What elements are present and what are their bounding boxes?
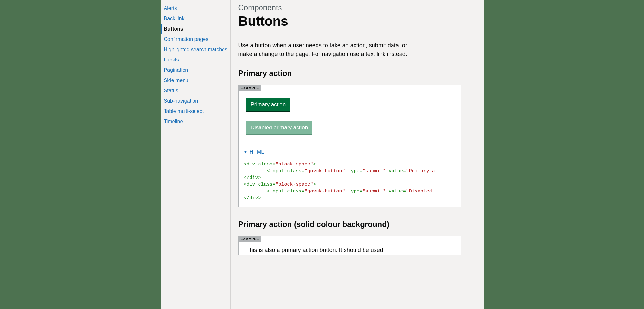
- example-label: EXAMPLE: [238, 85, 262, 91]
- sidebar-link[interactable]: Buttons: [164, 26, 230, 32]
- section-heading-solid-background: Primary action (solid colour background): [238, 220, 461, 229]
- sidebar-item-pagination[interactable]: Pagination: [161, 65, 230, 75]
- sidebar-link[interactable]: Side menu: [164, 78, 230, 83]
- example-label: EXAMPLE: [238, 236, 262, 242]
- primary-action-button[interactable]: Primary action: [246, 98, 290, 111]
- page-title: Buttons: [238, 14, 461, 29]
- sidebar-item-highlighted-search-matches[interactable]: Highlighted search matches: [161, 44, 230, 55]
- sidebar-item-labels[interactable]: Labels: [161, 55, 230, 65]
- sidebar-link[interactable]: Confirmation pages: [164, 36, 230, 42]
- page-container: Alerts Back link Buttons Confirmation pa…: [161, 0, 484, 309]
- sidebar-link[interactable]: Sub-navigation: [164, 98, 230, 104]
- example-box-primary: EXAMPLE Primary action Disabled primary …: [238, 85, 461, 207]
- sidebar-link[interactable]: Timeline: [164, 119, 230, 125]
- sidebar-link[interactable]: Status: [164, 88, 230, 94]
- intro-text: Use a button when a user needs to take a…: [238, 41, 419, 59]
- sidebar-item-back-link[interactable]: Back link: [161, 14, 230, 24]
- sidebar-item-timeline[interactable]: Timeline: [161, 117, 230, 127]
- sidebar-item-buttons[interactable]: Buttons: [161, 24, 230, 34]
- sidebar-item-status[interactable]: Status: [161, 86, 230, 96]
- code-block: <div class="block-space"> <input class="…: [244, 161, 456, 201]
- example-text: This is also a primary action button. It…: [246, 246, 453, 255]
- example-content: Primary action Disabled primary action: [239, 85, 461, 144]
- example-content: This is also a primary action button. It…: [239, 236, 461, 255]
- sidebar-link[interactable]: Back link: [164, 16, 230, 22]
- section-heading-primary-action: Primary action: [238, 69, 461, 78]
- breadcrumb: Components: [238, 3, 461, 12]
- disclosure-triangle-icon: ▼: [244, 150, 248, 154]
- example-box-solid: EXAMPLE This is also a primary action bu…: [238, 236, 461, 255]
- sidebar-link[interactable]: Labels: [164, 57, 230, 63]
- sidebar-item-table-multi-select[interactable]: Table multi-select: [161, 106, 230, 117]
- html-toggle[interactable]: ▼ HTML: [244, 149, 456, 155]
- sidebar-item-alerts[interactable]: Alerts: [161, 3, 230, 14]
- sidebar-link[interactable]: Highlighted search matches: [164, 47, 230, 52]
- sidebar-item-side-menu[interactable]: Side menu: [161, 75, 230, 86]
- sidebar-nav: Alerts Back link Buttons Confirmation pa…: [161, 0, 231, 309]
- main-content: Components Buttons Use a button when a u…: [231, 0, 484, 309]
- details-label: HTML: [249, 149, 264, 155]
- sidebar-link[interactable]: Table multi-select: [164, 108, 230, 114]
- sidebar-link[interactable]: Pagination: [164, 67, 230, 73]
- sidebar-link[interactable]: Alerts: [164, 5, 230, 11]
- code-details: ▼ HTML <div class="block-space"> <input …: [239, 144, 461, 207]
- disabled-primary-action-button: Disabled primary action: [246, 121, 313, 134]
- sidebar-item-sub-navigation[interactable]: Sub-navigation: [161, 96, 230, 106]
- sidebar-item-confirmation-pages[interactable]: Confirmation pages: [161, 34, 230, 44]
